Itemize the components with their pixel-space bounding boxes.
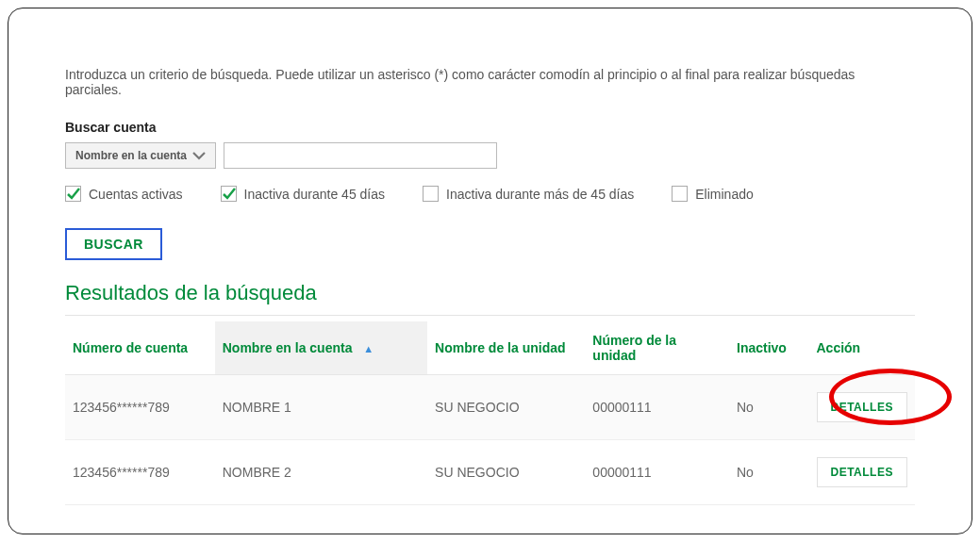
filter-label: Eliminado: [695, 187, 753, 202]
results-title: Resultados de la búsqueda: [65, 281, 915, 305]
filter-deleted[interactable]: Eliminado: [672, 186, 753, 202]
chevron-down-icon: [192, 152, 206, 160]
search-input[interactable]: [224, 142, 497, 169]
table-row: 123456******789 NOMBRE 1 SU NEGOCIO 0000…: [65, 375, 915, 440]
table-row: 123456******789 NOMBRE 2 SU NEGOCIO 0000…: [65, 440, 915, 505]
details-button[interactable]: DETALLES: [817, 392, 907, 422]
col-account-name[interactable]: Nombre en la cuenta ▲: [215, 321, 427, 375]
dropdown-selected-text: Nombre en la cuenta: [75, 149, 187, 162]
checkbox-icon: [423, 186, 439, 202]
filter-row: Cuentas activas Inactiva durante 45 días…: [65, 186, 915, 202]
col-unit-name[interactable]: Nombre de la unidad: [427, 321, 585, 375]
search-account-label: Buscar cuenta: [65, 120, 915, 135]
details-button[interactable]: DETALLES: [817, 457, 907, 487]
search-button[interactable]: BUSCAR: [65, 228, 162, 260]
checkbox-icon: [221, 186, 237, 202]
cell-account-name: NOMBRE 2: [215, 440, 427, 505]
account-search-panel: Introduzca un criterio de búsqueda. Pued…: [8, 8, 972, 534]
cell-unit-number: 00000111: [585, 375, 729, 440]
filter-label: Cuentas activas: [89, 187, 183, 202]
cell-unit-name: SU NEGOCIO: [427, 375, 585, 440]
intro-text: Introduzca un criterio de búsqueda. Pued…: [65, 67, 915, 97]
col-account-number[interactable]: Número de cuenta: [65, 321, 215, 375]
filter-label: Inactiva durante más de 45 días: [446, 187, 634, 202]
search-row: Nombre en la cuenta: [65, 142, 915, 169]
cell-unit-name: SU NEGOCIO: [427, 440, 585, 505]
results-table: Número de cuenta Nombre en la cuenta ▲ N…: [65, 321, 915, 505]
cell-unit-number: 00000111: [585, 440, 729, 505]
col-action: Acción: [809, 321, 916, 375]
cell-inactive: No: [729, 375, 809, 440]
filter-label: Inactiva durante 45 días: [244, 187, 385, 202]
filter-active[interactable]: Cuentas activas: [65, 186, 183, 202]
col-unit-number[interactable]: Número de la unidad: [585, 321, 729, 375]
checkbox-icon: [65, 186, 81, 202]
cell-account-name: NOMBRE 1: [215, 375, 427, 440]
col-inactive[interactable]: Inactivo: [729, 321, 809, 375]
cell-inactive: No: [729, 440, 809, 505]
checkbox-icon: [672, 186, 688, 202]
cell-account-number: 123456******789: [65, 375, 215, 440]
divider: [65, 315, 915, 316]
sort-asc-icon: ▲: [363, 343, 374, 354]
filter-inactive-45[interactable]: Inactiva durante 45 días: [221, 186, 385, 202]
search-field-dropdown[interactable]: Nombre en la cuenta: [65, 142, 216, 169]
filter-inactive-45-plus[interactable]: Inactiva durante más de 45 días: [423, 186, 634, 202]
cell-account-number: 123456******789: [65, 440, 215, 505]
col-label: Nombre en la cuenta: [223, 340, 353, 355]
